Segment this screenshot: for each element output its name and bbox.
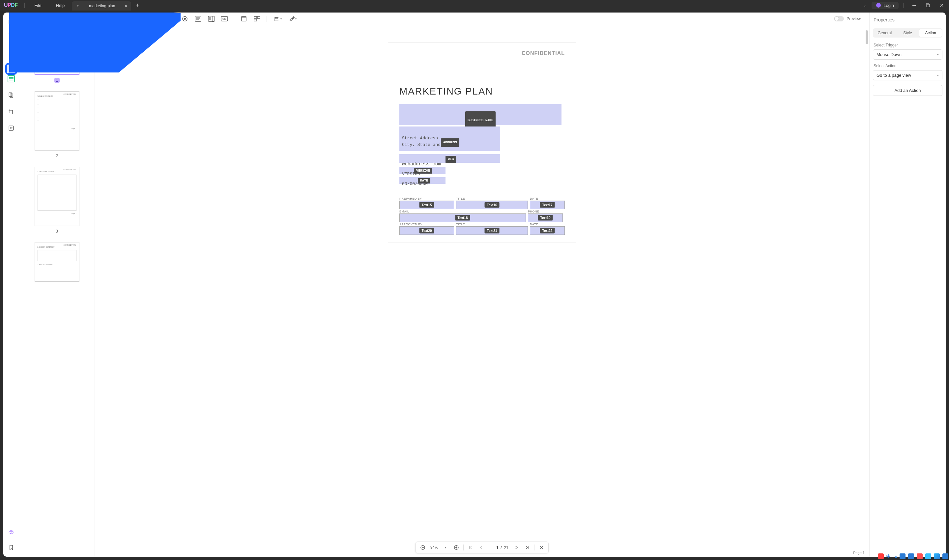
add-action-button[interactable]: Add an Action bbox=[873, 85, 943, 96]
field-tag: Text20 bbox=[419, 228, 434, 234]
label-title: TITLE bbox=[456, 223, 528, 226]
comment-tool-button[interactable] bbox=[6, 41, 16, 51]
thumbnail-4[interactable]: CONFIDENTIAL 2. MISSION STATEMENT 3. VIS… bbox=[24, 242, 90, 282]
select-trigger-label: Select Trigger bbox=[874, 43, 943, 48]
properties-title: Properties bbox=[873, 17, 943, 22]
first-page-button[interactable] bbox=[466, 543, 475, 552]
thumbnail-3[interactable]: CONFIDENTIAL 1. EXECUTIVE SUMMARY Page 3… bbox=[24, 167, 90, 234]
svg-rect-7 bbox=[10, 94, 12, 98]
edit-tool-button[interactable] bbox=[6, 58, 16, 67]
select-action-dropdown[interactable]: Go to a page view ▾ bbox=[873, 70, 943, 80]
tools-menu[interactable]: ▾ bbox=[287, 14, 299, 23]
titlebar: UPDF File Help ▾ marketing-plan × + ⌄ Lo… bbox=[0, 0, 949, 11]
tray-icon[interactable] bbox=[878, 554, 884, 559]
document-title: MARKETING PLAN bbox=[399, 86, 565, 97]
date-field-tool[interactable] bbox=[252, 14, 262, 23]
tab-action[interactable]: Action bbox=[919, 29, 942, 37]
field-email[interactable]: Text18 bbox=[399, 214, 526, 222]
field-prepared-by[interactable]: Text15 bbox=[399, 201, 454, 209]
svg-point-13 bbox=[184, 18, 186, 20]
checkbox-tool[interactable] bbox=[167, 14, 177, 23]
image-field-tool[interactable] bbox=[239, 14, 249, 23]
business-name-field[interactable]: BUSINESS NAME BUSINESS NAME bbox=[399, 104, 561, 125]
organize-pages-button[interactable] bbox=[6, 91, 16, 100]
label-approved-by: APPROVED BY bbox=[399, 223, 454, 226]
button-tool[interactable]: OK bbox=[219, 14, 230, 23]
menu-file[interactable]: File bbox=[27, 3, 49, 8]
page-current-input[interactable] bbox=[489, 545, 499, 550]
app-window: CONFIDENTIAL MARKETING PLAN BUSINESS NAM… bbox=[3, 12, 946, 557]
dropdown-tool[interactable] bbox=[193, 14, 203, 23]
svg-text:OK: OK bbox=[222, 18, 226, 20]
chevron-down-icon[interactable]: ⌄ bbox=[860, 2, 870, 9]
preview-label: Preview bbox=[847, 17, 861, 21]
tray-icon[interactable] bbox=[895, 556, 897, 558]
svg-rect-21 bbox=[257, 17, 260, 18]
add-tab-button[interactable]: + bbox=[131, 2, 144, 9]
address-field[interactable]: Street Address City, State and Zip ADDRE… bbox=[399, 126, 500, 151]
align-tool[interactable]: ▾ bbox=[271, 14, 283, 23]
field-date-2[interactable]: Text22 bbox=[530, 226, 565, 235]
field-title-2[interactable]: Text21 bbox=[456, 226, 528, 235]
field-title[interactable]: Text16 bbox=[456, 201, 528, 209]
label-phone: PHONE bbox=[528, 210, 563, 213]
preview-toggle[interactable] bbox=[834, 16, 844, 22]
zoom-value: 94% bbox=[429, 545, 439, 550]
prev-page-button[interactable] bbox=[477, 543, 485, 552]
scrollbar-thumb[interactable] bbox=[866, 30, 868, 44]
thumbnail-panel[interactable]: CONFIDENTIAL MARKETING PLAN BUSINESS NAM… bbox=[19, 12, 95, 557]
zoom-in-button[interactable] bbox=[452, 543, 461, 552]
zoom-out-button[interactable] bbox=[419, 543, 427, 552]
tray-icon[interactable] bbox=[925, 554, 931, 559]
radio-button-tool[interactable] bbox=[180, 14, 190, 23]
close-nav-button[interactable] bbox=[537, 543, 546, 552]
field-tag: VERSION bbox=[414, 168, 432, 174]
window-maximize-button[interactable] bbox=[922, 3, 934, 7]
separator bbox=[903, 3, 904, 8]
field-tag: Text18 bbox=[455, 215, 470, 221]
login-button[interactable]: Login bbox=[872, 2, 898, 9]
thumbnail-1[interactable]: CONFIDENTIAL MARKETING PLAN BUSINESS NAM… bbox=[24, 16, 90, 83]
field-tag: WEB bbox=[445, 156, 456, 163]
tab-dropdown-icon[interactable]: ▾ bbox=[77, 4, 79, 8]
page-input[interactable]: / 21 bbox=[487, 545, 510, 550]
field-approved-by[interactable]: Text20 bbox=[399, 226, 454, 235]
document-tab[interactable]: ▾ marketing-plan × bbox=[72, 1, 131, 11]
redact-tool-button[interactable] bbox=[6, 123, 16, 133]
tab-general[interactable]: General bbox=[874, 29, 896, 37]
form-tool-button[interactable] bbox=[6, 74, 16, 83]
layers-button[interactable] bbox=[6, 528, 16, 537]
tab-style[interactable]: Style bbox=[897, 29, 919, 37]
svg-rect-6 bbox=[9, 93, 12, 97]
web-field[interactable]: webaddress.com WEB bbox=[399, 154, 500, 163]
version-field[interactable]: VERSION VERSION bbox=[399, 167, 445, 174]
field-phone[interactable]: Text19 bbox=[528, 214, 563, 222]
tray-keyboard-icon[interactable] bbox=[908, 554, 914, 559]
text-field-tool[interactable]: T! bbox=[154, 14, 163, 23]
bookmark-button[interactable] bbox=[6, 543, 16, 552]
tray-mic-icon[interactable] bbox=[900, 554, 906, 559]
last-page-button[interactable] bbox=[523, 543, 532, 552]
menu-help[interactable]: Help bbox=[49, 3, 72, 8]
properties-tabs: General Style Action bbox=[873, 28, 943, 38]
tray-icon[interactable] bbox=[917, 554, 923, 559]
tray-settings-icon[interactable] bbox=[943, 554, 948, 559]
document-canvas[interactable]: CONFIDENTIAL MARKETING PLAN BUSINESS NAM… bbox=[95, 25, 869, 557]
svg-rect-16 bbox=[212, 16, 214, 22]
window-close-button[interactable] bbox=[936, 3, 948, 7]
date-field[interactable]: 00/00/0000 DATE bbox=[399, 177, 445, 184]
window-minimize-button[interactable] bbox=[908, 3, 920, 7]
select-trigger-dropdown[interactable]: Mouse Down ▾ bbox=[873, 49, 943, 60]
tray-icon[interactable]: 中 bbox=[886, 554, 892, 559]
field-tag: Text21 bbox=[485, 228, 499, 234]
field-date[interactable]: Text17 bbox=[530, 201, 565, 209]
reader-mode-button[interactable] bbox=[6, 17, 16, 26]
tray-icon[interactable] bbox=[934, 554, 940, 559]
zoom-dropdown-button[interactable]: ▾ bbox=[442, 543, 450, 552]
tab-close-icon[interactable]: × bbox=[123, 3, 128, 9]
svg-rect-22 bbox=[254, 19, 257, 21]
crop-tool-button[interactable] bbox=[6, 107, 16, 116]
next-page-button[interactable] bbox=[512, 543, 521, 552]
thumbnail-2[interactable]: CONFIDENTIAL TABLE OF CONTENTS ………………………… bbox=[24, 91, 90, 158]
listbox-tool[interactable] bbox=[206, 14, 216, 23]
